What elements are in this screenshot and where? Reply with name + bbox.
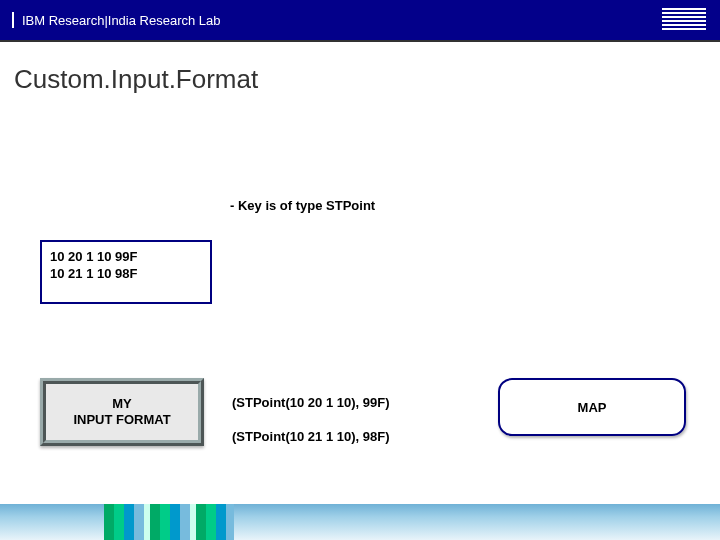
keyvalue-2: (STPoint(10 21 1 10), 98F)	[232, 429, 390, 444]
keyvalue-1: (STPoint(10 20 1 10), 99F)	[232, 395, 390, 410]
svg-rect-5	[662, 28, 706, 30]
divider	[12, 12, 14, 28]
svg-rect-0	[662, 8, 706, 10]
lab-name: India Research Lab	[108, 13, 221, 28]
map-label: MAP	[578, 400, 607, 415]
input-format-box: MY INPUT FORMAT	[40, 378, 204, 446]
svg-rect-3	[662, 20, 706, 22]
key-type-note: Key is of type STPoint	[230, 198, 375, 213]
org-name: IBM Research	[22, 13, 104, 28]
ibm-logo-icon	[662, 8, 706, 34]
page-title: Custom.Input.Format	[14, 64, 720, 95]
footer-band	[0, 504, 720, 540]
input-data-box: 10 20 1 10 99F 10 21 1 10 98F	[40, 240, 212, 304]
map-stage-box: MAP	[498, 378, 686, 436]
data-line-2: 10 21 1 10 98F	[50, 265, 202, 282]
header-bar: IBM Research | India Research Lab	[0, 0, 720, 42]
format-label: MY INPUT FORMAT	[73, 396, 170, 428]
svg-rect-2	[662, 16, 706, 18]
svg-rect-4	[662, 24, 706, 26]
data-line-1: 10 20 1 10 99F	[50, 248, 202, 265]
color-strip-icon	[104, 504, 234, 540]
svg-rect-1	[662, 12, 706, 14]
